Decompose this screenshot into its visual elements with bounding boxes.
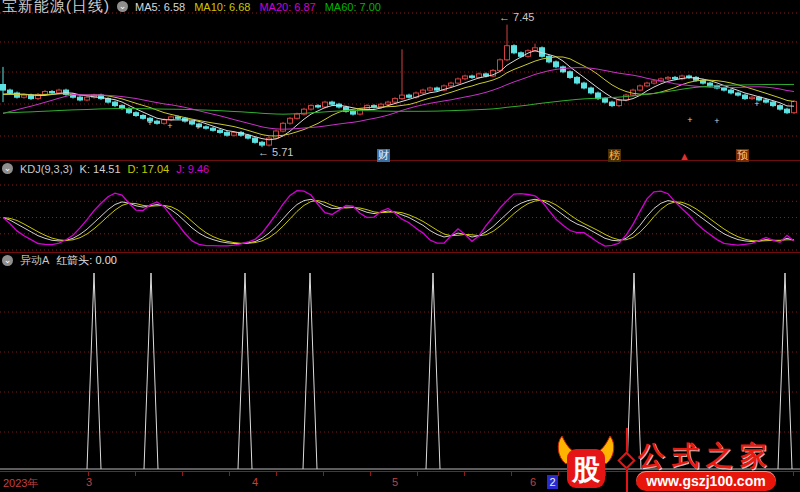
watermark-url: www.gszj100.com	[636, 471, 776, 491]
event-marker[interactable]: 财	[377, 149, 390, 162]
svg-text:+: +	[167, 121, 172, 131]
axis-tick	[417, 472, 418, 476]
bull-char: 股	[571, 454, 601, 485]
site-watermark: 股 公式之家 www.gszj100.com	[552, 428, 780, 492]
axis-month-label: 6	[530, 476, 536, 488]
axis-tick	[370, 472, 371, 476]
axis-tick	[511, 472, 512, 476]
svg-text:+: +	[147, 118, 152, 128]
chevron-down-icon[interactable]: ⌄	[2, 163, 13, 174]
axis-tick	[323, 472, 324, 476]
event-marker[interactable]: 榜	[608, 149, 621, 162]
axis-year-label: 2023年	[3, 476, 38, 491]
panel-divider	[0, 252, 800, 253]
event-marker[interactable]: ▲	[678, 150, 691, 163]
svg-text:+: +	[195, 122, 200, 132]
svg-text:+: +	[714, 116, 719, 126]
axis-month-label: 3	[86, 476, 92, 488]
diamond-icon	[617, 451, 635, 469]
trading-app-window: +++++++← 7.45← 5.71 宝新能源(日线) ⌄ MA5: 6.58…	[0, 0, 800, 492]
svg-text:+: +	[560, 65, 565, 75]
axis-tick	[276, 472, 277, 476]
bull-logo-icon: 股	[554, 434, 618, 490]
event-marker[interactable]: 预	[736, 149, 749, 162]
watermark-brand: 公式之家	[638, 438, 780, 474]
svg-text:← 5.71: ← 5.71	[258, 146, 293, 158]
svg-text:+: +	[687, 115, 692, 125]
kdj-indicator-chart[interactable]	[0, 160, 800, 252]
main-price-chart[interactable]: +++++++← 7.45← 5.71	[0, 0, 800, 160]
axis-month-label: 4	[252, 476, 258, 488]
axis-tick	[182, 472, 183, 476]
chevron-down-icon[interactable]: ⌄	[117, 1, 128, 12]
axis-tick	[229, 472, 230, 476]
axis-tick	[464, 472, 465, 476]
axis-tick	[135, 472, 136, 476]
axis-month-label: 5	[392, 476, 398, 488]
chevron-down-icon[interactable]: ⌄	[2, 255, 13, 266]
axis-tick	[793, 472, 794, 476]
svg-text:← 7.45: ← 7.45	[499, 11, 534, 23]
svg-text:+: +	[754, 99, 759, 109]
